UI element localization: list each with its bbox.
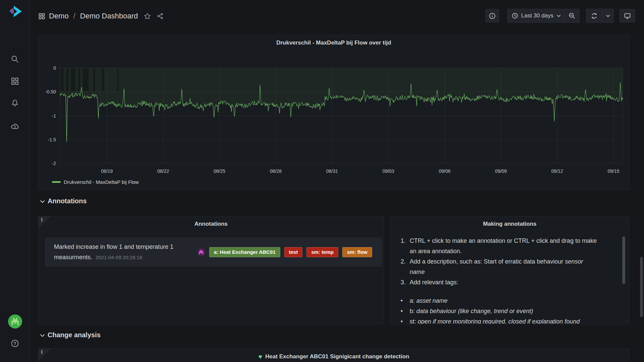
cloud-alert-icon[interactable] xyxy=(0,118,30,134)
breadcrumb: Demo / Demo Dashboard xyxy=(39,12,164,20)
annotation-tag[interactable]: sm: temp xyxy=(306,247,338,257)
section-change-analysis-label: Change analysis xyxy=(48,331,101,339)
panel-title[interactable]: Annotations xyxy=(39,221,384,227)
apps-grid-icon xyxy=(39,13,45,19)
panel-scrollbar[interactable] xyxy=(622,236,625,284)
change-detection-title: Heat Exchanger ABC01 Signigicant change … xyxy=(265,353,409,360)
sidebar: ? xyxy=(0,0,30,362)
info-circle-icon xyxy=(489,12,496,19)
section-annotations-label: Annotations xyxy=(48,197,87,205)
refresh-group xyxy=(586,9,614,23)
svg-text:-1.5: -1.5 xyxy=(48,137,56,142)
chevron-down-icon xyxy=(40,200,45,203)
legend-series-swatch xyxy=(52,181,61,183)
pixel-avatar-green-icon xyxy=(8,314,22,329)
making-bullet: •st: open if more monitoring required, c… xyxy=(401,316,611,324)
timeseries-panel: Drukverschil - MaxDeltaP bij Flow over t… xyxy=(38,35,629,190)
time-controls-group: Last 30 days xyxy=(507,9,580,23)
annotation-tag[interactable]: sm: flow xyxy=(342,247,372,257)
panel-title[interactable]: ♥ Heat Exchanger ABC01 Signigicant chang… xyxy=(39,353,629,360)
svg-text:09/06: 09/06 xyxy=(439,168,451,174)
app-logo-icon[interactable] xyxy=(8,5,23,19)
svg-text:09/09: 09/09 xyxy=(495,168,507,174)
panel-title[interactable]: Drukverschil - MaxDeltaP bij Flow over t… xyxy=(39,40,629,46)
user-avatar[interactable] xyxy=(0,313,30,330)
section-annotations-toggle[interactable]: Annotations xyxy=(40,197,87,205)
annotation-user-avatar xyxy=(197,248,205,256)
making-bullet: •a: asset name xyxy=(401,296,611,306)
alerting-bell-icon[interactable] xyxy=(0,95,30,111)
svg-text:08/25: 08/25 xyxy=(214,168,225,174)
timeseries-chart[interactable]: 0-0.50-1-1.5-208/1908/2208/2508/2808/310… xyxy=(39,35,629,190)
making-annotations-panel: Making annotations 1.CTRL + click to mak… xyxy=(390,216,629,324)
legend-series-label[interactable]: Drukverschil - MaxDeltaP bij Flow xyxy=(64,179,139,185)
breadcrumb-dashboard[interactable]: Demo Dashboard xyxy=(80,12,138,20)
clock-icon xyxy=(512,12,518,19)
svg-text:08/19: 08/19 xyxy=(101,168,113,174)
panel-title[interactable]: Making annotations xyxy=(391,221,629,227)
navbar-toolbar: Last 30 days xyxy=(485,9,635,22)
svg-text:09/12: 09/12 xyxy=(551,168,563,174)
chart-legend[interactable]: Drukverschil - MaxDeltaP bij Flow xyxy=(52,179,139,185)
time-range-label: Last 30 days xyxy=(521,12,553,19)
svg-text:09/03: 09/03 xyxy=(383,168,394,174)
making-step: 3.Add relevant tags: xyxy=(401,277,611,288)
chevron-down-icon xyxy=(557,15,561,17)
annotation-text: Marked increase in flow 1 and temperatur… xyxy=(54,242,197,263)
kiosk-mode-button[interactable] xyxy=(620,9,635,22)
making-step: 2.Add a description, such as: Start of e… xyxy=(401,257,611,277)
dashboard-info-button[interactable] xyxy=(485,9,499,22)
svg-text:-0.50: -0.50 xyxy=(45,89,56,94)
time-range-picker[interactable]: Last 30 days xyxy=(508,9,565,22)
making-bullets: •a: asset name•b: data behaviour (like c… xyxy=(401,296,611,324)
annotations-panel: i Annotations Marked increase in flow 1 … xyxy=(38,216,384,324)
annotation-tag[interactable]: a: Heat Exchanger ABC01 xyxy=(209,247,280,257)
zoom-out-button[interactable] xyxy=(565,9,579,22)
annotation-timestamp: 2021-04-09 20:26:18 xyxy=(96,255,142,260)
page-scrollbar[interactable] xyxy=(640,257,643,317)
svg-text:08/31: 08/31 xyxy=(326,168,338,174)
dashboards-grid-icon[interactable] xyxy=(0,73,30,89)
annotation-tag[interactable]: test xyxy=(284,247,303,257)
change-detection-panel: i ♥ Heat Exchanger ABC01 Signigicant cha… xyxy=(38,348,629,362)
magnifier-minus-icon xyxy=(569,12,576,19)
section-change-analysis-toggle[interactable]: Change analysis xyxy=(40,331,101,339)
svg-text:-2: -2 xyxy=(52,161,56,166)
help-icon[interactable]: ? xyxy=(0,335,30,351)
annotation-tags: a: Heat Exchanger ABC01testsm: tempsm: f… xyxy=(209,247,372,257)
making-bullet: •b: data behaviour (like change, trend o… xyxy=(401,306,611,316)
monitor-icon xyxy=(624,12,631,19)
svg-text:08/22: 08/22 xyxy=(157,168,169,174)
info-corner-icon[interactable]: i xyxy=(39,349,51,361)
search-icon[interactable] xyxy=(0,51,30,67)
annotation-meta: a: Heat Exchanger ABC01testsm: tempsm: f… xyxy=(197,247,372,257)
svg-text:0: 0 xyxy=(53,65,56,71)
breadcrumb-folder[interactable]: Demo xyxy=(49,12,69,20)
svg-text:09/15: 09/15 xyxy=(607,168,619,174)
chevron-down-icon xyxy=(40,334,45,337)
share-icon[interactable] xyxy=(157,13,164,19)
navbar: Demo / Demo Dashboard Last 30 days xyxy=(30,0,644,32)
info-corner-icon[interactable]: i xyxy=(39,216,51,228)
making-steps: 1.CTRL + click to make an annotation or … xyxy=(401,236,611,288)
svg-text:?: ? xyxy=(13,341,16,346)
svg-text:08/28: 08/28 xyxy=(270,168,282,174)
refresh-button[interactable] xyxy=(586,9,602,22)
heart-icon: ♥ xyxy=(258,353,262,360)
making-annotations-text: 1.CTRL + click to make an annotation or … xyxy=(401,236,611,324)
annotation-list-item: Marked increase in flow 1 and temperatur… xyxy=(45,237,382,267)
refresh-icon xyxy=(591,13,597,19)
refresh-interval-dropdown[interactable] xyxy=(602,9,613,22)
making-step: 1.CTRL + click to make an annotation or … xyxy=(401,236,611,257)
svg-text:-1: -1 xyxy=(52,113,56,119)
favorite-star-icon[interactable] xyxy=(144,13,151,20)
breadcrumb-separator: / xyxy=(73,12,75,20)
chevron-down-icon xyxy=(606,15,610,17)
